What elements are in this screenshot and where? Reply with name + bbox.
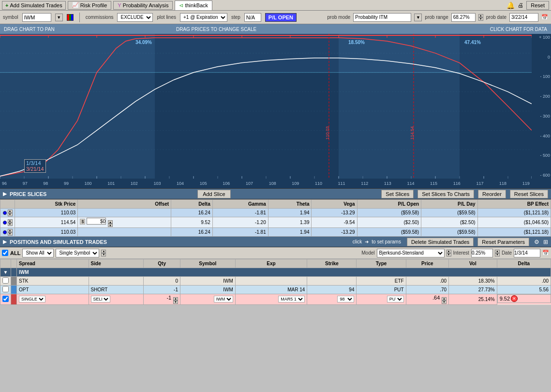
model-down[interactable]: ▼ <box>447 253 451 256</box>
set-slices-charts-btn[interactable]: Set Slices To Charts <box>417 190 474 198</box>
single-spread-select[interactable]: SINGLE <box>19 296 45 302</box>
slice-3-stk: 110.03 <box>15 228 78 237</box>
interest-down[interactable]: ▼ <box>495 253 500 256</box>
stk-checkbox-cell <box>0 277 11 286</box>
symbol-filter-down[interactable]: ▼ <box>101 253 106 256</box>
expand-icon[interactable]: ⊞ <box>543 239 548 245</box>
bell-icon: 🔔 <box>506 1 515 9</box>
interest-up[interactable]: ▲ <box>495 250 500 253</box>
step-label: step <box>231 15 240 20</box>
x-109: 109 <box>292 181 299 186</box>
gear-icon[interactable]: ⚙ <box>534 239 539 245</box>
set-slices-btn[interactable]: Set Slices <box>381 190 414 198</box>
prob-date-input[interactable] <box>509 13 538 22</box>
single-symbol-select[interactable]: IWM <box>214 296 233 302</box>
qty-down[interactable]: ▼ <box>173 301 178 304</box>
date-label-2: 3/21/14 <box>26 166 44 172</box>
model-select[interactable]: Bjerksund-Stensland <box>377 249 445 257</box>
prob-range-up[interactable]: ▲ <box>478 14 483 17</box>
reset-parameters-btn[interactable]: Reset Parameters <box>477 238 529 246</box>
slice1-up[interactable]: ▲ <box>8 210 13 213</box>
single-type-select[interactable]: PUT <box>387 296 404 302</box>
dollar-s-btn[interactable]: $ <box>80 219 85 225</box>
prob-mode-input[interactable] <box>353 13 411 22</box>
single-vol: 25.14% <box>449 294 497 305</box>
single-price: .64 ▲ ▼ <box>406 294 448 305</box>
delete-row-btn[interactable]: ✕ <box>511 295 518 302</box>
separator1 <box>79 13 80 22</box>
risk-profile-tab[interactable]: 📈 Risk Profile <box>68 1 112 10</box>
interest-label: Interest <box>453 250 469 256</box>
single-strike-select[interactable]: 98 <box>337 296 354 302</box>
stk-symbol: IWM <box>180 277 235 286</box>
symbol-filter-up[interactable]: ▲ <box>101 250 106 253</box>
date-calendar-icon[interactable]: 📅 <box>542 250 549 256</box>
symbol-dropdown-btn[interactable]: ▼ <box>55 14 63 21</box>
slice-2-pl-open: ($2.50) <box>357 217 421 228</box>
reset-btn[interactable]: Reset <box>526 1 549 10</box>
slice3-down[interactable]: ▼ <box>8 232 13 236</box>
slice-3-bp: ($1,121.18) <box>477 228 551 237</box>
prob-range-down[interactable]: ▼ <box>478 17 483 21</box>
y-label-neg200: - 200 <box>532 94 551 99</box>
price-down[interactable]: ▼ <box>442 301 447 304</box>
interest-input[interactable] <box>471 249 493 257</box>
prob-date-calendar-icon[interactable]: 📅 <box>541 14 548 20</box>
thinkback-tab[interactable]: ⊲ thinkBack <box>175 0 212 10</box>
show-all-select[interactable]: Show All <box>22 249 54 257</box>
step-input[interactable] <box>244 13 261 22</box>
symbol-filter-select[interactable]: Single Symbol <box>56 249 99 257</box>
add-simulated-trades-btn[interactable]: + Add Simulated Trades <box>2 1 66 10</box>
drag-pan-label: DRAG CHART TO PAN <box>4 27 55 32</box>
price-up[interactable]: ▲ <box>442 297 447 301</box>
symbol-input[interactable] <box>22 13 51 22</box>
prob-date-label: prob date <box>486 15 506 20</box>
col-pl-day: P/L Day <box>421 200 477 209</box>
slice-1-delta: 16.24 <box>171 209 213 217</box>
prob-mode-dropdown[interactable]: ▼ <box>414 14 422 21</box>
slice-3-offset <box>78 228 171 237</box>
single-exp-select[interactable]: MAR5 14 <box>278 296 305 302</box>
color-grid-icon[interactable] <box>67 14 74 21</box>
all-checkbox[interactable] <box>2 250 8 256</box>
single-side-select[interactable]: SELL <box>91 296 110 302</box>
x-113: 113 <box>384 181 391 186</box>
model-up[interactable]: ▲ <box>447 250 451 253</box>
offset-input[interactable] <box>87 218 106 225</box>
stk-checkbox[interactable] <box>2 277 9 284</box>
slice-row-1: ▲ ▼ 110.03 16.24 -1.81 1.94 -13.29 ($59.… <box>0 209 551 217</box>
add-slice-btn[interactable]: Add Slice <box>197 190 230 198</box>
opt-checkbox[interactable] <box>2 286 9 292</box>
x-98: 98 <box>43 181 48 186</box>
reset-slices-btn[interactable]: Reset Slices <box>510 190 548 198</box>
opt-vol: 27.73% <box>449 286 497 294</box>
chart-area[interactable]: 34.09% 18.50% 47.41% 110.03 114.54 1/3/1… <box>0 34 551 189</box>
pl-open-btn[interactable]: P/L OPEN <box>265 13 297 22</box>
x-105: 105 <box>200 181 207 186</box>
x-107: 107 <box>246 181 253 186</box>
symbol-bar: symbol ▼ commissions EXCLUDE plot lines … <box>0 11 551 24</box>
reorder-btn[interactable]: Reorder <box>478 190 506 198</box>
delete-simulated-btn[interactable]: Delete Simulated Trades <box>407 238 474 246</box>
date2-input[interactable] <box>514 249 540 257</box>
offset-up[interactable]: ▲ <box>108 220 113 224</box>
probability-analysis-tab[interactable]: Y Probability Analysis <box>113 1 173 10</box>
plot-lines-select[interactable]: +1 @ Expiration <box>180 13 227 22</box>
single-checkbox[interactable] <box>2 296 9 302</box>
stk-type: ETF <box>357 277 406 286</box>
slice-1-vega: -13.29 <box>312 209 357 217</box>
y-label-neg600: - 600 <box>532 173 551 178</box>
qty-up[interactable]: ▲ <box>173 297 178 301</box>
slice2-down[interactable]: ▼ <box>8 223 13 226</box>
slice1-down[interactable]: ▼ <box>8 213 13 216</box>
prob-range-input[interactable] <box>451 13 476 22</box>
expand-arrow-icon[interactable]: ▶ <box>3 191 7 197</box>
slice3-up[interactable]: ▲ <box>8 229 13 232</box>
prob-section: prob mode ▼ prob range ▲ ▼ prob date 📅 <box>328 13 548 22</box>
commissions-select[interactable]: EXCLUDE <box>117 13 153 22</box>
slice-3-gamma: -1.81 <box>212 228 268 237</box>
positions-expand-icon[interactable]: ▶ <box>3 239 7 245</box>
offset-down[interactable]: ▼ <box>108 224 113 227</box>
group-expand[interactable]: ▼ <box>0 268 11 277</box>
slice2-up[interactable]: ▲ <box>8 219 13 223</box>
